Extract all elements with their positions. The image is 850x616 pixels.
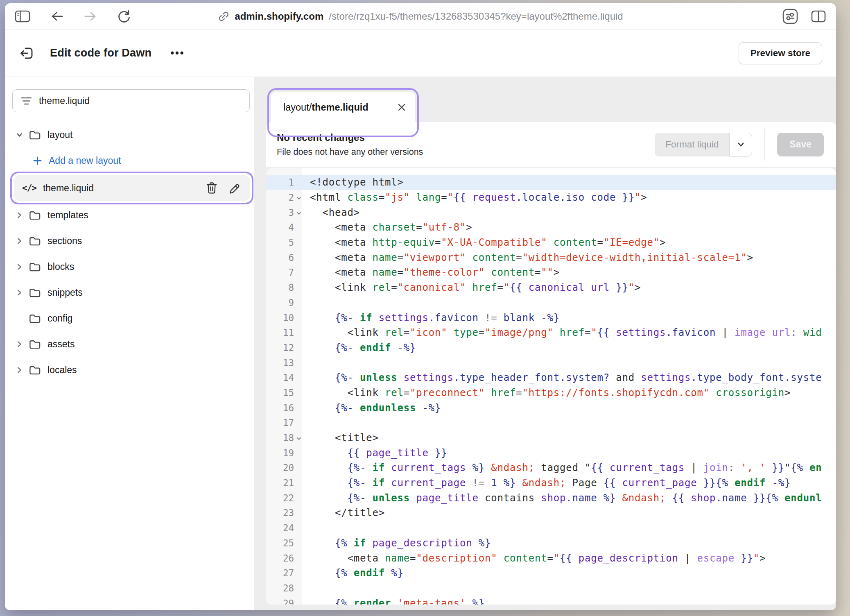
- code-line[interactable]: 12 {%- endif -%}: [266, 340, 836, 356]
- code-line-text: <link rel="canonical" href="{{ canonical…: [302, 282, 836, 293]
- chevron-right-icon[interactable]: [16, 211, 29, 219]
- chevron-down-icon[interactable]: [16, 131, 29, 139]
- split-view-icon[interactable]: [811, 10, 826, 23]
- code-line-text: {% endif %}: [302, 567, 836, 579]
- code-line[interactable]: 29 {% render 'meta-tags' %}: [266, 596, 836, 605]
- page-settings-icon[interactable]: [782, 8, 798, 25]
- line-number: 9: [266, 297, 302, 308]
- code-line[interactable]: 19 {{ page_title }}: [266, 445, 836, 460]
- sidebar-item-label: layout: [47, 129, 72, 140]
- code-line-text: <link rel="icon" type="image/png" href="…: [302, 327, 836, 338]
- sidebar-item-label: theme.liquid: [43, 183, 94, 194]
- sidebar-item-sections[interactable]: sections: [12, 228, 250, 254]
- link-icon: [218, 11, 229, 22]
- save-button[interactable]: Save: [777, 133, 824, 156]
- preview-store-button[interactable]: Preview store: [739, 42, 822, 64]
- chevron-right-icon[interactable]: [16, 366, 29, 374]
- code-line[interactable]: 18 <title>: [266, 430, 836, 446]
- code-line[interactable]: 23 </title>: [266, 505, 836, 521]
- chevron-right-icon[interactable]: [16, 289, 29, 297]
- line-number: 1: [266, 177, 302, 188]
- format-liquid-button[interactable]: Format liquid: [655, 133, 729, 156]
- code-line[interactable]: 8 <link rel="canonical" href="{{ canonic…: [266, 280, 836, 295]
- code-line[interactable]: 3 <head>: [266, 205, 836, 220]
- folder-icon: [29, 313, 41, 324]
- code-line[interactable]: 1<!doctype html>: [266, 175, 836, 190]
- code-line[interactable]: 11 <link rel="icon" type="image/png" hre…: [266, 325, 836, 340]
- url-path: /store/rzq1xu-f5/themes/132683530345?key…: [329, 11, 623, 22]
- chevron-right-icon[interactable]: [16, 340, 29, 348]
- folder-icon: [29, 236, 41, 247]
- code-line[interactable]: 9: [266, 295, 836, 310]
- edit-icon[interactable]: [228, 182, 240, 194]
- code-line[interactable]: 27 {% endif %}: [266, 566, 836, 581]
- code-line[interactable]: 16 {%- endunless -%}: [266, 400, 836, 415]
- code-line-text: {{ page_title }}: [302, 447, 836, 459]
- fold-caret-icon[interactable]: [296, 436, 302, 442]
- close-icon[interactable]: [397, 103, 406, 112]
- folder-icon: [29, 365, 41, 376]
- format-options-chevron-icon[interactable]: [729, 133, 752, 156]
- sidebar-item-snippets[interactable]: snippets: [12, 280, 250, 306]
- chevron-right-icon[interactable]: [16, 263, 29, 271]
- code-line[interactable]: 13: [266, 355, 836, 370]
- line-number: 23: [266, 507, 302, 518]
- line-number: 19: [266, 448, 302, 458]
- line-number: 27: [266, 568, 302, 578]
- sidebar-item-layout[interactable]: layout: [12, 122, 250, 148]
- forward-icon[interactable]: [84, 10, 97, 23]
- code-editor[interactable]: 1<!doctype html>2<html class="js" lang="…: [266, 168, 836, 605]
- sidebar-item-label: assets: [47, 339, 75, 350]
- code-line-text: {%- if current_tags %} &ndash; tagged "{…: [302, 462, 836, 473]
- more-actions-icon[interactable]: •••: [170, 47, 185, 59]
- sidebar-toggle-icon[interactable]: [15, 10, 30, 23]
- line-number: 25: [266, 538, 302, 548]
- code-line[interactable]: 20 {%- if current_tags %} &ndash; tagged…: [266, 460, 836, 476]
- reload-icon[interactable]: [117, 9, 131, 23]
- sidebar-item-add-layout[interactable]: Add a new layout: [12, 148, 250, 174]
- code-line[interactable]: 24: [266, 521, 836, 536]
- sidebar-item-blocks[interactable]: blocks: [12, 254, 250, 280]
- code-line-text: {%- unless page_title contains shop.name…: [302, 492, 836, 504]
- code-line[interactable]: 14 {%- unless settings.type_header_font.…: [266, 370, 836, 385]
- plus-icon: [33, 156, 42, 165]
- code-line[interactable]: 5 <meta http-equiv="X-UA-Compatible" con…: [266, 235, 836, 250]
- code-line[interactable]: 2<html class="js" lang="{{ request.local…: [266, 190, 836, 205]
- sidebar-item-assets[interactable]: assets: [12, 331, 250, 357]
- format-liquid-split-button: Format liquid: [655, 133, 752, 156]
- code-line[interactable]: 7 <meta name="theme-color" content="">: [266, 265, 836, 280]
- sidebar-item-locales[interactable]: locales: [12, 357, 250, 383]
- code-line[interactable]: 17: [266, 415, 836, 430]
- code-line[interactable]: 15 <link rel="preconnect" href="https://…: [266, 385, 836, 401]
- code-line[interactable]: 4 <meta charset="utf-8">: [266, 220, 836, 235]
- code-line[interactable]: 25 {% if page_description %}: [266, 536, 836, 551]
- code-file-icon: </>: [22, 183, 36, 193]
- sidebar-item-label: snippets: [47, 287, 83, 298]
- sidebar-item-templates[interactable]: templates: [12, 202, 250, 228]
- search-input[interactable]: theme.liquid: [12, 89, 250, 112]
- code-line[interactable]: 26 <meta name="description" content="{{ …: [266, 550, 836, 566]
- page-title: Edit code for Dawn: [50, 47, 151, 59]
- app-header: Edit code for Dawn ••• Preview store: [5, 29, 836, 77]
- exit-editor-icon[interactable]: [19, 45, 34, 61]
- code-line[interactable]: 22 {%- unless page_title contains shop.n…: [266, 490, 836, 505]
- fold-caret-icon[interactable]: [296, 195, 302, 201]
- folder-icon: [29, 339, 41, 350]
- code-line[interactable]: 21 {%- if current_page != 1 %} &ndash; P…: [266, 476, 836, 491]
- code-line[interactable]: 6 <meta name="viewport" content="width=d…: [266, 250, 836, 265]
- sidebar-item-theme-liquid[interactable]: </> theme.liquid: [14, 175, 250, 201]
- sidebar-item-label: Add a new layout: [49, 155, 121, 166]
- tab-theme-liquid[interactable]: layout/theme.liquid: [271, 92, 415, 134]
- delete-icon[interactable]: [206, 182, 217, 194]
- code-line-text: {%- endunless -%}: [302, 402, 836, 414]
- sidebar-item-config[interactable]: config: [12, 306, 250, 331]
- line-number: 12: [266, 342, 302, 353]
- chevron-right-icon[interactable]: [16, 237, 29, 245]
- folder-icon: [29, 210, 41, 221]
- code-line[interactable]: 10 {%- if settings.favicon != blank -%}: [266, 310, 836, 325]
- url-bar[interactable]: admin.shopify.com/store/rzq1xu-f5/themes…: [218, 11, 623, 22]
- fold-caret-icon[interactable]: [296, 211, 302, 216]
- back-icon[interactable]: [50, 10, 64, 23]
- code-line[interactable]: 28: [266, 581, 836, 596]
- folder-icon: [29, 261, 41, 272]
